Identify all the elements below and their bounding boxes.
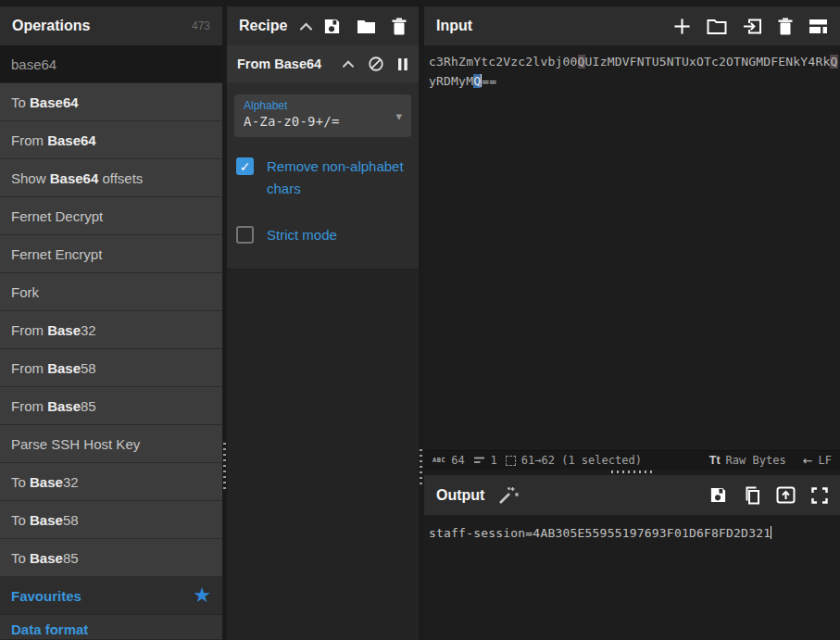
category-favourites[interactable]: Favourites ★	[0, 577, 222, 615]
line-count-value: 1	[491, 454, 497, 467]
operations-header: Operations 473	[0, 6, 222, 45]
input-editor[interactable]: c3RhZmYtc2Vzc2lvbj00QUIzMDVFNTU5NTUxOTc2…	[424, 45, 840, 450]
input-header: Input	[424, 6, 840, 45]
operation-item-fork[interactable]: Fork	[0, 273, 222, 311]
input-text-segment: ==	[482, 74, 496, 88]
recipe-io-splitter[interactable]	[419, 6, 424, 640]
recipe-header: Recipe	[227, 6, 419, 45]
clear-io-trash-icon[interactable]	[778, 18, 793, 35]
magic-wand-icon[interactable]	[497, 485, 520, 506]
operations-title: Operations	[12, 18, 90, 34]
copy-output-icon[interactable]	[743, 486, 760, 505]
output-title: Output	[436, 487, 484, 504]
recipe-drop-area[interactable]	[227, 269, 419, 640]
operation-card-header[interactable]: From Base64	[227, 45, 419, 82]
favourites-label: Favourites	[11, 588, 81, 604]
caret-down-icon[interactable]: ▾	[395, 109, 402, 123]
input-status-bar: ABC 64 1 61→62 (1 selected) Tt Raw Bytes…	[424, 450, 840, 470]
selection-value: 61→62 (1 selected)	[521, 454, 642, 467]
splitter-grip[interactable]	[223, 443, 226, 493]
remove-non-alphabet-checkbox-row[interactable]: ✓ Remove non-alphabet chars	[236, 156, 407, 200]
output-editor[interactable]: staff-session=4AB305E55955197693F01D6F8F…	[424, 515, 840, 640]
operations-recipe-splitter[interactable]	[222, 6, 227, 640]
input-title: Input	[436, 18, 472, 34]
open-file-input-icon[interactable]	[743, 18, 762, 35]
remove-non-alphabet-label: Remove non-alphabet chars	[267, 156, 407, 200]
clear-recipe-trash-icon[interactable]	[392, 18, 407, 35]
add-input-tab-icon[interactable]	[673, 18, 691, 35]
checkbox-checked-icon[interactable]: ✓	[236, 157, 254, 175]
replace-input-with-output-icon[interactable]	[776, 486, 796, 504]
operation-item-from-base58[interactable]: From Base58	[0, 349, 222, 387]
cyberchef-app: Operations 473 To Base64 From Base64 Sho…	[0, 6, 840, 640]
operation-item-show-base64-offsets[interactable]: Show Base64 offsets	[0, 159, 222, 197]
operation-item-from-base32[interactable]: From Base32	[0, 311, 222, 349]
output-text: staff-session=4AB305E55955197693F01D6F8F…	[429, 526, 771, 540]
encoding-icon: Tt	[709, 454, 721, 467]
checkbox-unchecked-icon[interactable]	[236, 226, 254, 244]
input-match-highlight: Q	[578, 55, 585, 69]
operations-panel: Operations 473 To Base64 From Base64 Sho…	[0, 6, 222, 640]
input-text-segment: c3RhZmYtc2Vzc2lvbj00	[429, 55, 578, 69]
chevron-up-icon[interactable]	[299, 21, 313, 31]
char-count-value: 64	[451, 454, 464, 467]
operation-item-to-base85[interactable]: To Base85	[0, 539, 222, 577]
eol-arrow-icon: ←	[803, 454, 813, 468]
operation-item-fernet-encrypt[interactable]: Fernet Encrypt	[0, 235, 222, 273]
data-format-label: Data format	[11, 621, 88, 637]
open-folder-input-icon[interactable]	[707, 19, 727, 34]
save-recipe-icon[interactable]	[323, 18, 341, 35]
operation-name: From Base64	[237, 56, 321, 71]
output-cursor	[771, 526, 771, 539]
recipe-panel: Recipe From Base64	[227, 6, 419, 640]
alphabet-label: Alphabet	[244, 99, 402, 112]
load-recipe-folder-icon[interactable]	[357, 19, 376, 34]
recipe-operation-from-base64[interactable]: From Base64 Alphabet A-Za-z0-9+/=	[227, 45, 419, 269]
splitter-grip[interactable]	[420, 449, 422, 488]
io-panel: Input c3RhZmYtc2Vzc2lvbj00QUIzM	[424, 6, 840, 640]
selection-status[interactable]: 61→62 (1 selected)	[506, 454, 642, 467]
category-data-format[interactable]: Data format	[0, 615, 222, 640]
eol-value: LF	[819, 454, 832, 467]
input-text-segment: yRDMyM	[429, 74, 473, 88]
strict-mode-label: Strict mode	[267, 224, 337, 246]
maximize-output-icon[interactable]	[811, 487, 828, 504]
breakpoint-pause-icon[interactable]	[397, 57, 408, 71]
input-text-segment: UIzMDVFNTU5NTUxOTc2OTNGMDFENkY4Rk	[585, 55, 831, 69]
collapse-args-chevron-icon[interactable]	[342, 59, 355, 69]
alphabet-select[interactable]: Alphabet A-Za-z0-9+/= ▾	[234, 94, 411, 137]
operation-item-from-base64[interactable]: From Base64	[0, 121, 222, 159]
save-output-icon[interactable]	[709, 486, 727, 504]
operation-item-to-base64[interactable]: To Base64	[0, 83, 222, 121]
alphabet-value[interactable]: A-Za-z0-9+/=	[244, 114, 402, 129]
eol-status[interactable]: ← LF	[803, 454, 832, 468]
char-count-status[interactable]: ABC 64	[433, 454, 465, 467]
operation-item-to-base32[interactable]: To Base32	[0, 463, 222, 501]
selection-icon	[506, 456, 516, 466]
splitter-grip[interactable]	[611, 471, 654, 473]
operation-item-parse-ssh-host-key[interactable]: Parse SSH Host Key	[0, 425, 222, 463]
operation-arguments: Alphabet A-Za-z0-9+/= ▾ ✓ Remove non-alp…	[227, 82, 419, 269]
char-count-icon: ABC	[433, 457, 445, 464]
operations-count: 473	[192, 19, 210, 32]
input-selected-text: Q	[473, 74, 481, 88]
output-header: Output	[424, 475, 840, 515]
operation-search	[0, 45, 222, 83]
strict-mode-checkbox-row[interactable]: Strict mode	[236, 224, 407, 246]
line-count-icon	[473, 456, 485, 465]
disable-operation-icon[interactable]	[368, 56, 384, 72]
input-tab-layout-icon[interactable]	[809, 19, 828, 34]
operation-item-fernet-decrypt[interactable]: Fernet Decrypt	[0, 197, 222, 235]
star-icon[interactable]: ★	[193, 585, 211, 606]
operation-item-from-base85[interactable]: From Base85	[0, 387, 222, 425]
encoding-value: Raw Bytes	[726, 454, 786, 467]
line-count-status[interactable]: 1	[473, 454, 497, 467]
character-encoding-status[interactable]: Tt Raw Bytes	[709, 454, 786, 467]
operation-search-input[interactable]	[0, 45, 222, 82]
input-match-highlight: Q	[830, 55, 837, 69]
recipe-title: Recipe	[239, 18, 287, 34]
operation-item-to-base58[interactable]: To Base58	[0, 501, 222, 539]
